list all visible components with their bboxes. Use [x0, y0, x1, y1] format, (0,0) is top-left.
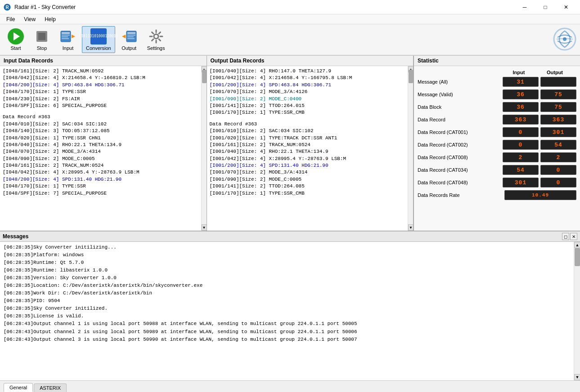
stat-row-cat034: Data Record (CAT034) 54 0 [418, 165, 576, 175]
stop-label: Stop [37, 45, 47, 51]
input-line-7: [I048/010][Size: 2] SAC:034 SIC:102 [3, 121, 198, 128]
stat-row-message-valid: Message (Valid) 36 75 [418, 89, 576, 99]
minimize-button[interactable]: ─ [514, 0, 535, 14]
stat-label-1: Message (Valid) [418, 92, 501, 97]
main-content: Input Data Records [I048/161][Size: 2] T… [0, 56, 580, 392]
sky-logo [553, 27, 576, 52]
output-button[interactable]: Output [117, 26, 141, 53]
output-line-16: [I001/141][Size: 2] TTOD:264.085 [210, 183, 405, 190]
messages-header: Messages ◻ ✕ [0, 231, 580, 242]
msg-line-3: [06:28:35]Runtime: Qt 5.7.0 [4, 259, 570, 267]
maximize-button[interactable]: □ [535, 0, 556, 14]
messages-close-button[interactable]: ✕ [570, 233, 577, 240]
stat-output-5: 54 [540, 140, 576, 150]
messages-controls[interactable]: ◻ ✕ [562, 233, 577, 240]
stat-output-3: 363 [540, 115, 576, 125]
input-scroll-down[interactable]: ▼ [202, 224, 207, 231]
stat-label-5: Data Record (CAT002) [418, 142, 501, 147]
input-label: Input [63, 45, 73, 51]
close-button[interactable]: ✕ [556, 0, 576, 14]
output-scroll-down[interactable]: ▼ [408, 224, 413, 231]
input-button[interactable]: Input [56, 26, 80, 53]
tab-asterix[interactable]: ASTERIX [34, 383, 67, 392]
output-line-3: [I001/200][Size: 4] SPD:463.84 HDG:306.7… [210, 82, 405, 89]
messages-restore-button[interactable]: ◻ [562, 233, 569, 240]
msg-line-8: [06:28:35]PID: 9504 [4, 297, 570, 305]
output-line-9: [I001/020][Size: 1] TYPE:TRACK DCT:SSR A… [210, 135, 405, 142]
settings-button[interactable]: Settings [143, 26, 169, 53]
output-line-17: [I001/170][Size: 1] TYPE:SSR_CMB [210, 190, 405, 197]
input-scroll-thumb[interactable] [202, 70, 207, 83]
input-scrollbar[interactable]: ▲ ▼ [201, 66, 207, 231]
start-button[interactable]: Start [4, 26, 28, 53]
messages-panel: Messages ◻ ✕ [06:28:35]Sky Converter ini… [0, 231, 580, 392]
stat-output-1: 75 [540, 89, 576, 99]
stop-button[interactable]: Stop [30, 26, 54, 53]
stat-input-9: 10.49 [504, 190, 576, 200]
conversion-icon: 010110 101000 110011 [90, 28, 107, 45]
messages-scroll[interactable]: [06:28:35]Sky Converter initilizing... [… [0, 242, 574, 380]
menu-help[interactable]: Help [40, 15, 60, 23]
output-line-2: [I001/042][Size: 4] X:214658.4 Y:-166795… [210, 75, 405, 81]
svg-rect-12 [127, 35, 135, 36]
output-scroll-thumb[interactable] [409, 70, 413, 83]
menu-file[interactable]: File [2, 15, 19, 23]
svg-rect-13 [127, 36, 134, 37]
stat-output-2: 75 [540, 102, 576, 112]
input-line-16: [I048/170][Size: 1] TYPE:SSR [3, 183, 198, 190]
output-line-8: [I001/010][Size: 2] SAC:034 SIC:102 [210, 128, 405, 134]
svg-rect-8 [62, 38, 69, 39]
stat-row-data-block: Data Block 36 75 [418, 102, 576, 112]
tab-general[interactable]: General [4, 383, 33, 392]
input-line-11: [I048/070][Size: 2] MODE_3/A:4314 [3, 148, 198, 155]
conversion-label: Conversion [86, 45, 111, 51]
output-scrollbar[interactable]: ▲ ▼ [408, 66, 413, 231]
stat-row-cat001: Data Record (CAT001) 0 301 [418, 127, 576, 137]
msg-line-11: [06:28:43]Output channel 1 is using loca… [4, 320, 570, 328]
msg-line-7: [06:28:35]Work Dir: C:/Dev/asterixtk/ast… [4, 290, 570, 297]
stat-label-8: Data Record (CAT048) [418, 180, 501, 185]
title-bar-left: R Radar #1 - Sky Converter [4, 4, 76, 11]
input-data-panel: Input Data Records [I048/161][Size: 2] T… [0, 56, 207, 231]
msg-line-2: [06:28:35]Platform: windows [4, 251, 570, 259]
menu-view[interactable]: View [19, 15, 40, 23]
window-title: Radar #1 - Sky Converter [14, 4, 76, 10]
statistic-content: Input Output Message (All) 31 00 Message… [414, 66, 580, 231]
statistic-title: Statistic [414, 56, 580, 66]
svg-marker-15 [122, 35, 126, 38]
svg-text:R: R [5, 5, 9, 10]
title-bar: R Radar #1 - Sky Converter ─ □ ✕ [0, 0, 580, 14]
output-panel-title: Output Data Records [207, 56, 414, 66]
menu-bar: File View Help [0, 14, 580, 24]
output-line-12: [I001/042][Size: 4] X:28995.4 Y:-28763.9… [210, 156, 405, 162]
msg-scroll-down[interactable]: ▼ [574, 374, 580, 380]
data-panels: Input Data Records [I048/161][Size: 2] T… [0, 56, 580, 231]
messages-scrollbar[interactable]: ▲ ▼ [574, 242, 580, 380]
input-panel-scroll[interactable]: [I048/161][Size: 2] TRACK_NUM:0592 [I048… [0, 66, 201, 231]
stat-row-cat008: Data Record (CAT008) 2 2 [418, 152, 576, 162]
title-bar-controls[interactable]: ─ □ ✕ [514, 0, 576, 14]
stat-input-8: 301 [503, 178, 539, 187]
stat-row-cat002: Data Record (CAT002) 0 54 [418, 140, 576, 150]
input-panel-title: Input Data Records [0, 56, 207, 66]
stat-input-3: 363 [503, 115, 539, 125]
input-line-2: [I048/042][Size: 4] X:214658.4 Y:-166810… [3, 75, 198, 81]
settings-icon [148, 28, 164, 45]
start-icon [8, 28, 24, 45]
svg-line-21 [152, 32, 153, 34]
output-panel-scroll[interactable]: [I001/040][Size: 4] RHO:147.0 THETA:127.… [207, 66, 408, 231]
stat-col-input: Input [501, 70, 537, 75]
msg-line-4: [06:28:35]Runtime: libasterix 1.0.0 [4, 267, 570, 274]
output-line-13: [I001/200][Size: 4] SPD:131.40 HDG:21.90 [210, 162, 405, 169]
stat-output-6: 2 [540, 152, 576, 162]
output-line-11: [I001/040][Size: 4] RHO:22.1 THETA:134.9 [210, 148, 405, 155]
svg-rect-3 [38, 33, 45, 40]
output-line-5: [I001/090][Size: 2] MODE_C:0400 [210, 96, 405, 102]
conversion-button[interactable]: 010110 101000 110011 Conversion [82, 26, 115, 53]
svg-rect-7 [62, 36, 68, 37]
msg-scroll-thumb[interactable] [575, 248, 580, 266]
input-icon [60, 28, 76, 45]
stat-header-row: Input Output [418, 70, 576, 75]
input-line-9: [I048/020][Size: 1] TYPE:SSR CHN1 [3, 135, 198, 142]
msg-scroll-up[interactable]: ▲ [574, 242, 580, 248]
